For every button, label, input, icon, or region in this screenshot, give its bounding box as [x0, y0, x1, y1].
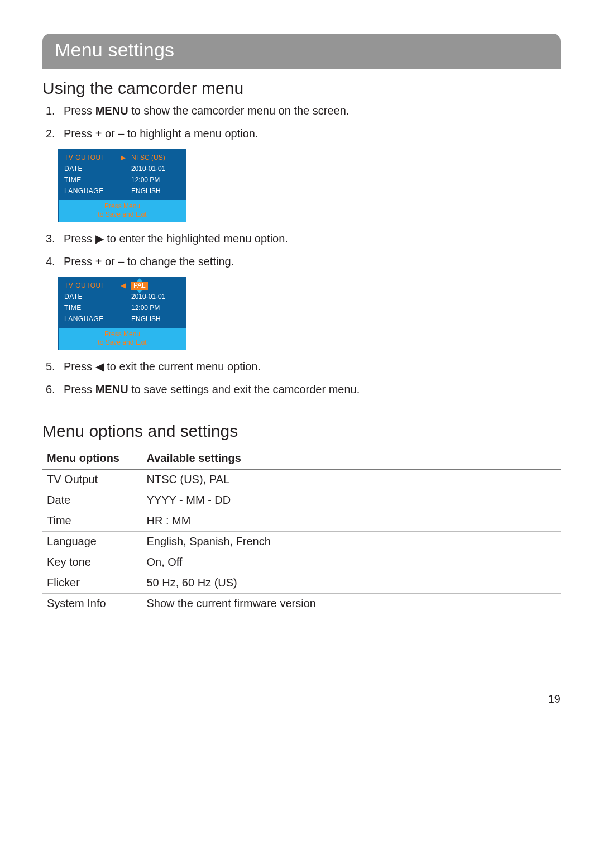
cell-option: TV Output: [42, 470, 142, 490]
cell-option: Flicker: [42, 573, 142, 594]
table-row: TV OutputNTSC (US), PAL: [42, 470, 561, 490]
step-3: 3. Press ▶ to enter the highlighted menu…: [46, 231, 561, 246]
section-heading-using-menu: Using the camcorder menu: [42, 79, 561, 98]
cell-option: System Info: [42, 594, 142, 614]
table-row: DateYYYY - MM - DD: [42, 490, 561, 511]
right-arrow-icon: ▶: [95, 232, 104, 245]
menu-row-date: DATE 2010-01-01: [59, 163, 186, 174]
page-banner: Menu settings: [42, 34, 561, 69]
section-heading-options: Menu options and settings: [42, 422, 561, 441]
caret-down-icon: [137, 290, 142, 293]
cell-option: Language: [42, 532, 142, 552]
menu-row-tvout: TV OUTOUT ◀ PAL: [59, 280, 186, 291]
steps-list-cont2: 5. Press ◀ to exit the current menu opti…: [42, 359, 561, 397]
step-text: Press + or – to highlight a menu option.: [64, 126, 259, 141]
highlighted-value: PAL: [131, 282, 148, 290]
step-text: Press ▶ to enter the highlighted menu op…: [64, 231, 288, 246]
step-1: 1. Press MENU to show the camcorder menu…: [46, 103, 561, 118]
camcorder-menu-screenshot-a: TV OUTOUT ▶ NTSC (US) DATE 2010-01-01 TI…: [58, 149, 186, 222]
camcorder-menu-screenshot-b: TV OUTOUT ◀ PAL DATE 2010-01-01 TIME 12:…: [58, 277, 186, 350]
step-text: Press MENU to show the camcorder menu on…: [64, 103, 349, 118]
step-number: 6.: [46, 382, 58, 397]
step-5: 5. Press ◀ to exit the current menu opti…: [46, 359, 561, 374]
step-text: Press + or – to change the setting.: [64, 254, 234, 269]
table-row: Key toneOn, Off: [42, 552, 561, 573]
left-arrow-icon: ◀: [95, 360, 104, 373]
menu-row-tvout: TV OUTOUT ▶ NTSC (US): [59, 152, 186, 163]
table-row: LanguageEnglish, Spanish, French: [42, 532, 561, 552]
cell-option: Key tone: [42, 552, 142, 573]
step-text: Press ◀ to exit the current menu option.: [64, 359, 261, 374]
cell-settings: Show the current firmware version: [142, 594, 561, 614]
menu-footer: Press Menu to Save and Exit: [59, 328, 186, 350]
left-arrow-icon: ◀: [118, 282, 128, 289]
menu-row-time: TIME 12:00 PM: [59, 302, 186, 313]
menu-row-language: LANGUAGE ENGLISH: [59, 313, 186, 325]
menu-options-table: Menu options Available settings TV Outpu…: [42, 449, 561, 614]
page-number: 19: [548, 693, 561, 705]
cell-option: Time: [42, 511, 142, 532]
menu-row-language: LANGUAGE ENGLISH: [59, 185, 186, 197]
table-row: System InfoShow the current firmware ver…: [42, 594, 561, 614]
cell-settings: On, Off: [142, 552, 561, 573]
th-menu-options: Menu options: [42, 449, 142, 470]
table-row: TimeHR : MM: [42, 511, 561, 532]
banner-title: Menu settings: [55, 39, 548, 61]
step-number: 5.: [46, 359, 58, 374]
step-2: 2. Press + or – to highlight a menu opti…: [46, 126, 561, 141]
cell-settings: NTSC (US), PAL: [142, 470, 561, 490]
step-number: 4.: [46, 254, 58, 269]
table-row: Flicker50 Hz, 60 Hz (US): [42, 573, 561, 594]
cell-option: Date: [42, 490, 142, 511]
menu-row-date: DATE 2010-01-01: [59, 291, 186, 302]
cell-settings: 50 Hz, 60 Hz (US): [142, 573, 561, 594]
steps-list: 1. Press MENU to show the camcorder menu…: [42, 103, 561, 141]
step-4: 4. Press + or – to change the setting.: [46, 254, 561, 269]
cell-settings: YYYY - MM - DD: [142, 490, 561, 511]
right-arrow-icon: ▶: [118, 154, 128, 161]
step-number: 3.: [46, 231, 58, 246]
step-number: 2.: [46, 126, 58, 141]
step-text: Press MENU to save settings and exit the…: [64, 382, 360, 397]
cell-settings: English, Spanish, French: [142, 532, 561, 552]
steps-list-cont1: 3. Press ▶ to enter the highlighted menu…: [42, 231, 561, 269]
step-6: 6. Press MENU to save settings and exit …: [46, 382, 561, 397]
step-number: 1.: [46, 103, 58, 118]
menu-row-time: TIME 12:00 PM: [59, 174, 186, 185]
th-available-settings: Available settings: [142, 449, 561, 470]
cell-settings: HR : MM: [142, 511, 561, 532]
caret-up-icon: [137, 278, 142, 282]
menu-footer: Press Menu to Save and Exit: [59, 200, 186, 222]
